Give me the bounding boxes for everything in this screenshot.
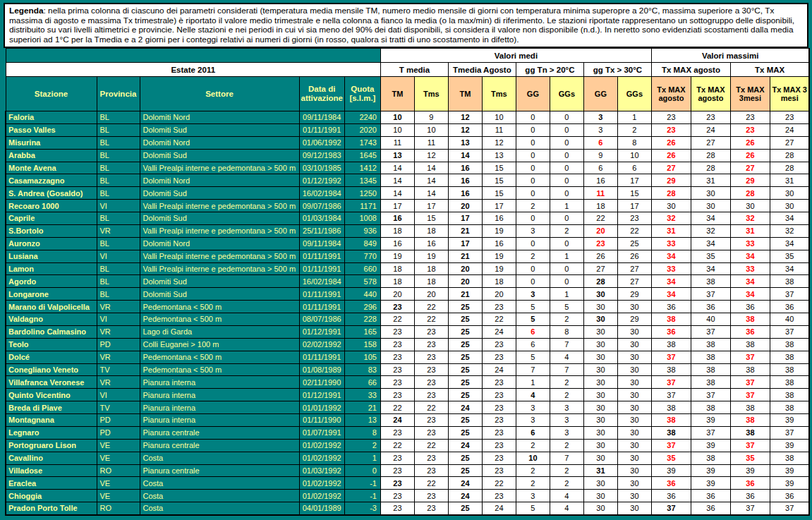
value-cell: 3 (516, 288, 550, 301)
value-cell: 20 (448, 275, 482, 288)
subgroup-t-media: T media (380, 63, 448, 77)
quota-cell: 1008 (344, 212, 380, 225)
value-cell: 5 (516, 351, 550, 363)
value-cell: 0 (516, 275, 550, 288)
value-cell: 23 (414, 389, 448, 401)
quota-cell: 1645 (344, 149, 380, 162)
station-name-cell: Recoaro 1000 (6, 200, 97, 212)
value-cell: 0 (516, 262, 550, 275)
table-row: Quinto VicentinoVIPianura interna01/12/1… (6, 389, 809, 401)
col-header-data-attivazione: Data di attivazione (299, 77, 344, 111)
quota-cell: 2240 (344, 111, 380, 124)
value-cell: 22 (414, 301, 448, 313)
provincia-cell: BL (97, 237, 140, 250)
table-row: CaprileBLDolomiti Sud01/03/1984100816151… (6, 212, 809, 225)
value-cell: 23 (380, 502, 414, 515)
value-cell: 30 (583, 325, 617, 338)
value-cell: 6 (516, 426, 550, 439)
data-attivazione-cell: 01/11/1991 (299, 123, 344, 136)
provincia-cell: VE (97, 477, 140, 490)
value-cell: 2 (550, 464, 583, 477)
value-cell: 30 (583, 439, 617, 452)
value-cell: 36 (691, 502, 730, 515)
table-row: S. Andrea (Gosaldo)BLDolomiti Sud16/02/1… (6, 187, 809, 200)
value-cell: 22 (482, 477, 516, 490)
value-cell: 14 (380, 187, 414, 200)
value-cell: 23 (414, 351, 448, 363)
quota-cell: 2020 (344, 123, 380, 136)
group-header-row: Valori medi Valori massimi (6, 49, 809, 63)
quota-cell: 296 (344, 301, 380, 313)
provincia-cell: BL (97, 111, 140, 124)
provincia-cell: VR (97, 224, 140, 237)
value-cell: 37 (730, 351, 770, 363)
value-cell: 36 (651, 301, 691, 313)
col-header-txmax-3mesi-s: Tx MAX 3 mesi (770, 77, 809, 111)
provincia-cell: VE (97, 439, 140, 452)
value-cell: 2 (550, 313, 583, 326)
value-cell: 23 (380, 464, 414, 477)
provincia-cell: VI (97, 200, 140, 212)
station-name-cell: Dolcé (6, 351, 97, 363)
value-cell: 7 (550, 452, 583, 464)
quota-cell: 33 (344, 389, 380, 401)
value-cell: 3 (516, 401, 550, 414)
value-cell: 2 (550, 224, 583, 237)
value-cell: 29 (651, 174, 691, 187)
value-cell: 37 (730, 439, 770, 452)
value-cell: 19 (414, 250, 448, 262)
value-cell: 30 (730, 200, 770, 212)
value-cell: 16 (414, 237, 448, 250)
value-cell: 40 (691, 313, 730, 326)
value-cell: 38 (651, 426, 691, 439)
provincia-cell: TV (97, 363, 140, 376)
data-attivazione-cell: 08/07/1986 (299, 313, 344, 326)
station-name-cell: Caprile (6, 212, 97, 225)
station-name-cell: Pradon Porto Tolle (6, 502, 97, 515)
value-cell: 23 (482, 389, 516, 401)
settore-cell: Pedemontana < 500 m (140, 301, 299, 313)
value-cell: 15 (414, 212, 448, 225)
settore-cell: Pianura interna (140, 376, 299, 389)
col-header-txmax-3mesi: Tx MAX 3mesi (730, 77, 770, 111)
table-row: MisurinaBLDolomiti Nord01/06/19921743111… (6, 136, 809, 149)
value-cell: 30 (651, 200, 691, 212)
value-cell: 28 (691, 149, 730, 162)
data-attivazione-cell: 01/11/1991 (299, 288, 344, 301)
col-header-quota: Quota [s.l.m.] (344, 77, 380, 111)
data-attivazione-cell: 09/12/1983 (299, 149, 344, 162)
value-cell: 30 (770, 187, 809, 200)
value-cell: 3 (583, 111, 617, 124)
value-cell: 38 (651, 363, 691, 376)
value-cell: 33 (651, 262, 691, 275)
value-cell: 2 (550, 389, 583, 401)
value-cell: 17 (414, 200, 448, 212)
quota-cell: 66 (344, 376, 380, 389)
data-attivazione-cell: 01/02/1992 (299, 490, 344, 502)
value-cell: 23 (617, 212, 651, 225)
legend-text: : nella prima colonna di ciascuno dei pa… (9, 6, 794, 44)
value-cell: 33 (651, 237, 691, 250)
value-cell: 0 (516, 111, 550, 124)
provincia-cell: BL (97, 187, 140, 200)
value-cell: 3 (516, 490, 550, 502)
value-cell: 23 (482, 490, 516, 502)
value-cell: 39 (770, 439, 809, 452)
value-cell: 36 (730, 490, 770, 502)
value-cell: 23 (482, 401, 516, 414)
value-cell: 13 (482, 149, 516, 162)
value-cell: 18 (380, 275, 414, 288)
value-cell: 2 (516, 464, 550, 477)
value-cell: 30 (617, 426, 651, 439)
value-cell: 0 (550, 149, 583, 162)
value-cell: 30 (617, 490, 651, 502)
provincia-cell: BL (97, 262, 140, 275)
value-cell: 23 (482, 376, 516, 389)
value-cell: 36 (691, 490, 730, 502)
data-attivazione-cell: 01/03/1984 (299, 212, 344, 225)
legend-title: Legenda (9, 6, 44, 16)
settore-cell: Dolomiti Sud (140, 288, 299, 301)
value-cell: 5 (516, 502, 550, 515)
quota-cell: -1 (344, 477, 380, 490)
value-cell: 23 (583, 237, 617, 250)
